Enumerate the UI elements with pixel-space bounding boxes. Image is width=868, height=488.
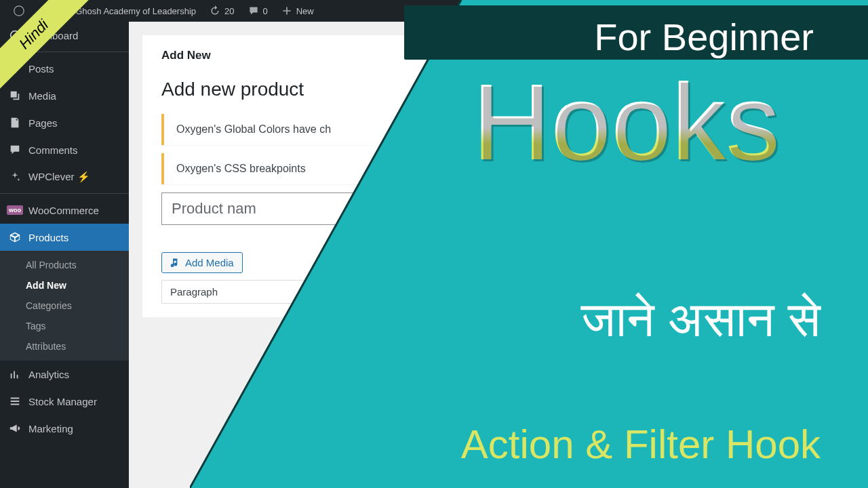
menu-comments[interactable]: Comments (0, 136, 129, 163)
overlay-beginner: For Beginner (594, 15, 814, 59)
menu-stock[interactable]: Stock Manager (0, 388, 129, 415)
submenu-add-new[interactable]: Add New (0, 275, 129, 296)
hindi-ribbon-label: Hindi (0, 0, 92, 93)
chart-icon (8, 367, 22, 381)
menu-comments-label: Comments (28, 144, 78, 156)
submenu-categories[interactable]: Categories (0, 296, 129, 316)
products-submenu: All Products Add New Categories Tags Att… (0, 251, 129, 361)
overlay-action: Action & Filter Hook (461, 421, 821, 468)
sparkle-icon (8, 170, 22, 184)
hindi-ribbon: Hindi (0, 0, 95, 95)
menu-analytics-label: Analytics (28, 369, 69, 380)
menu-pages-label: Pages (28, 117, 58, 129)
menu-separator (0, 193, 129, 194)
music-note-icon (170, 258, 181, 268)
submenu-all-products[interactable]: All Products (0, 255, 129, 275)
list-icon (8, 394, 22, 408)
menu-marketing-label: Marketing (28, 423, 73, 434)
comments-icon (8, 143, 22, 157)
menu-products[interactable]: Products (0, 224, 129, 251)
menu-wpclever[interactable]: WPClever ⚡ (0, 163, 129, 190)
menu-marketing[interactable]: Marketing (0, 415, 129, 442)
menu-stock-label: Stock Manager (28, 396, 97, 407)
submenu-attributes[interactable]: Attributes (0, 336, 129, 357)
menu-wpclever-label: WPClever ⚡ (28, 171, 90, 183)
woocommerce-icon: woo (8, 203, 22, 217)
submenu-tags[interactable]: Tags (0, 316, 129, 336)
menu-products-label: Products (28, 232, 68, 243)
megaphone-icon (8, 422, 22, 435)
page-icon (8, 116, 22, 129)
overlay-hooks: Hooks (472, 68, 780, 176)
overlay-hindi-line: जाने असान से (581, 291, 821, 348)
menu-pages[interactable]: Pages (0, 109, 129, 136)
menu-woocommerce[interactable]: woo WooCommerce (0, 197, 129, 224)
menu-analytics[interactable]: Analytics (0, 361, 129, 388)
menu-woocommerce-label: WooCommerce (28, 205, 99, 216)
box-icon (8, 230, 22, 244)
